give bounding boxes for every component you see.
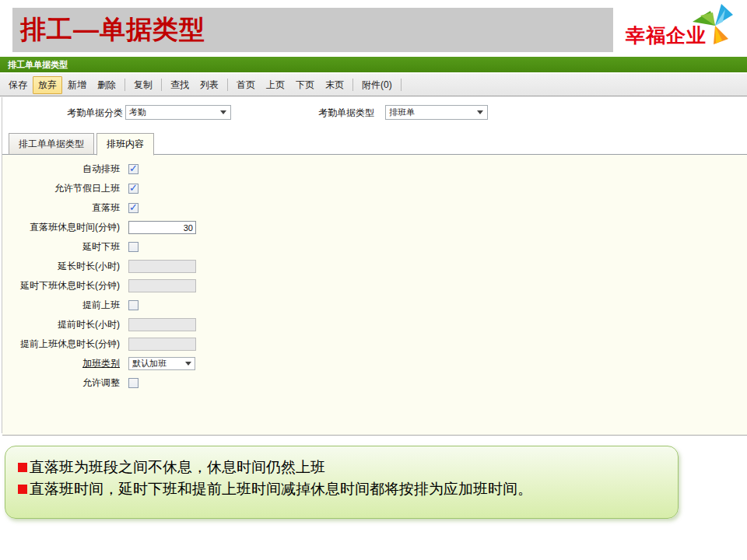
logo-text: 幸福企业 xyxy=(626,23,707,48)
toolbar-separator xyxy=(161,79,162,91)
category-filter-value: 考勤 xyxy=(129,107,220,118)
toolbar-button-delete[interactable]: 删除 xyxy=(92,76,121,94)
overtime-category-select[interactable]: 默认加班 xyxy=(128,357,195,370)
category-filter-select[interactable]: 考勤 xyxy=(125,105,231,120)
toolbar-button-first-page[interactable]: 首页 xyxy=(231,76,261,94)
type-filter-value: 排班单 xyxy=(389,107,477,118)
note-line: 直落班为班段之间不休息，休息时间仍然上班 xyxy=(18,457,665,478)
document-area: 考勤单据分类 考勤 考勤单据类型 排班单 排工单单据类型排班内容 自动排班允许节… xyxy=(2,97,747,433)
early-hours-input xyxy=(128,318,196,331)
toolbar-button-copy[interactable]: 复制 xyxy=(128,76,158,94)
form-row-allow-holiday-work: 允许节假日上班 xyxy=(2,179,747,198)
form-row-allow-adjust: 允许调整 xyxy=(2,373,747,393)
note-box: 直落班为班段之间不休息，休息时间仍然上班直落班时间，延时下班和提前上班时间减掉休… xyxy=(5,446,679,519)
toolbar-separator xyxy=(401,79,402,91)
field-label-extend-hours: 延长时长(小时) xyxy=(2,260,128,273)
toolbar-separator xyxy=(227,79,228,91)
toolbar-button-find[interactable]: 查找 xyxy=(165,76,195,94)
tab-strip: 排工单单据类型排班内容 xyxy=(9,133,747,155)
toolbar-button-save[interactable]: 保存 xyxy=(3,76,33,94)
form-row-early-hours: 提前时长(小时) xyxy=(2,315,747,334)
toolbar-button-attachment[interactable]: 附件(0) xyxy=(356,76,398,94)
type-filter-select[interactable]: 排班单 xyxy=(385,105,488,120)
note-text: 直落班时间，延时下班和提前上班时间减掉休息时间都将按排为应加班时间。 xyxy=(30,481,532,497)
form-row-straight-shift: 直落班 xyxy=(2,198,747,218)
page-title: 排工—单据类型 xyxy=(20,12,205,47)
form-row-delayed-off-work: 延时下班 xyxy=(2,237,747,257)
toolbar-button-cancel[interactable]: 放弃 xyxy=(33,76,62,94)
form-row-early-work-rest-minutes: 提前上班休息时长(分钟) xyxy=(2,334,747,354)
bullet-icon xyxy=(18,485,27,494)
straight-shift-checkbox[interactable] xyxy=(128,203,139,213)
extend-hours-input xyxy=(128,260,196,273)
note-line: 直落班时间，延时下班和提前上班时间减掉休息时间都将按排为应加班时间。 xyxy=(18,478,665,500)
form-row-auto-schedule: 自动排班 xyxy=(2,159,747,179)
form-row-delayed-off-rest-minutes: 延时下班休息时长(分钟) xyxy=(2,276,747,296)
toolbar-separator xyxy=(352,79,353,91)
form-row-early-work: 提前上班 xyxy=(2,296,747,315)
form-row-extend-hours: 延长时长(小时) xyxy=(2,257,747,276)
field-label-early-work: 提前上班 xyxy=(2,299,128,312)
delayed-off-work-checkbox[interactable] xyxy=(128,242,139,252)
field-label-allow-holiday-work: 允许节假日上班 xyxy=(2,182,128,195)
toolbar: 保存放弃新增删除复制查找列表首页上页下页末页附件(0) xyxy=(0,74,747,96)
category-filter-label: 考勤单据分类 xyxy=(2,107,123,120)
straight-shift-rest-minutes-input[interactable] xyxy=(128,221,196,234)
form-row-overtime-category: 加班类别默认加班 xyxy=(2,354,747,373)
toolbar-separator xyxy=(124,79,125,91)
title-band: 排工—单据类型 xyxy=(12,8,613,52)
early-work-checkbox[interactable] xyxy=(128,300,139,310)
window-title: 排工单单据类型 xyxy=(0,57,747,72)
filter-row: 考勤单据分类 考勤 考勤单据类型 排班单 xyxy=(2,97,747,127)
toolbar-button-list[interactable]: 列表 xyxy=(195,76,224,94)
chevron-down-icon xyxy=(220,110,226,114)
field-label-delayed-off-work: 延时下班 xyxy=(2,240,128,254)
toolbar-button-next-page[interactable]: 下页 xyxy=(290,76,320,94)
form-panel: 自动排班允许节假日上班直落班直落班休息时间(分钟)延时下班延长时长(小时)延时下… xyxy=(2,154,747,436)
form-row-straight-shift-rest-minutes: 直落班休息时间(分钟) xyxy=(2,218,747,237)
company-logo: 幸福企业 xyxy=(616,2,741,53)
early-work-rest-minutes-input xyxy=(128,338,196,351)
allow-holiday-work-checkbox[interactable] xyxy=(128,184,139,194)
tab-shift-content[interactable]: 排班内容 xyxy=(96,133,154,156)
field-label-delayed-off-rest-minutes: 延时下班休息时长(分钟) xyxy=(2,279,128,292)
window-title-bar: 排工单单据类型 xyxy=(0,57,747,72)
field-label-allow-adjust: 允许调整 xyxy=(2,376,128,390)
type-filter-label: 考勤单据类型 xyxy=(318,107,374,120)
allow-adjust-checkbox[interactable] xyxy=(128,378,139,388)
overtime-category-value: 默认加班 xyxy=(132,358,167,369)
toolbar-button-last-page[interactable]: 末页 xyxy=(320,76,349,94)
chevron-down-icon xyxy=(477,110,483,114)
toolbar-button-prev-page[interactable]: 上页 xyxy=(261,76,290,94)
field-label-straight-shift-rest-minutes: 直落班休息时间(分钟) xyxy=(2,221,128,234)
field-label-straight-shift: 直落班 xyxy=(2,201,128,215)
note-text: 直落班为班段之间不休息，休息时间仍然上班 xyxy=(30,459,325,475)
field-label-overtime-category: 加班类别 xyxy=(2,357,128,370)
tab-doc-type[interactable]: 排工单单据类型 xyxy=(9,133,94,155)
field-label-auto-schedule: 自动排班 xyxy=(2,163,128,176)
delayed-off-rest-minutes-input xyxy=(128,279,196,292)
auto-schedule-checkbox[interactable] xyxy=(128,164,139,174)
field-label-early-work-rest-minutes: 提前上班休息时长(分钟) xyxy=(2,338,128,351)
chevron-down-icon xyxy=(185,362,191,366)
toolbar-button-add[interactable]: 新增 xyxy=(62,76,92,94)
bullet-icon xyxy=(18,463,27,472)
field-label-early-hours: 提前时长(小时) xyxy=(2,318,128,331)
